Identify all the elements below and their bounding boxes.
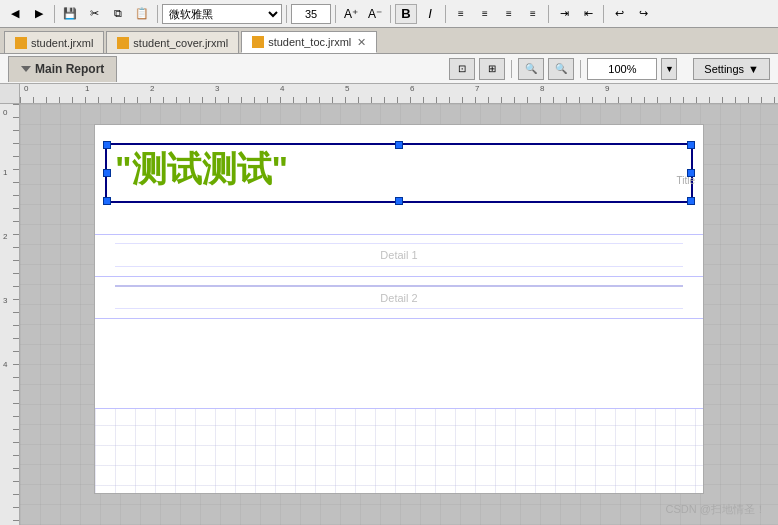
tab-close-btn[interactable]: ✕ [357, 36, 366, 49]
ruler-mark-2: 2 [150, 84, 154, 93]
fit-page-btn[interactable]: ⊡ [449, 58, 475, 80]
chinese-text-content: "测试测试" [107, 145, 691, 192]
tab-icon-3 [252, 36, 264, 48]
ruler-h-inner: 0 1 2 3 4 5 6 7 8 9 [20, 84, 778, 103]
handle-bl[interactable] [103, 197, 111, 205]
sep4 [335, 5, 336, 23]
ruler-mark-5: 5 [345, 84, 349, 93]
file-tab-bar: student.jrxml student_cover.jrxml studen… [0, 28, 778, 54]
ruler-mark-1: 1 [85, 84, 89, 93]
sep7 [548, 5, 549, 23]
sep-ctrl [511, 60, 512, 78]
ruler-corner [0, 84, 20, 104]
outdent-btn[interactable]: ⇤ [577, 3, 599, 25]
settings-label: Settings [704, 63, 744, 75]
handle-br[interactable] [687, 197, 695, 205]
handle-ml[interactable] [103, 169, 111, 177]
toolbar-top: ◀ ▶ 💾 ✂ ⧉ 📋 微软雅黑 A⁺ A⁻ B I ≡ ≡ ≡ ≡ ⇥ ⇤ ↩… [0, 0, 778, 28]
detail2-label: Detail 2 [380, 292, 417, 304]
tab-label-2: student_cover.jrxml [133, 37, 228, 49]
sep2 [157, 5, 158, 23]
bold-btn[interactable]: B [395, 4, 417, 24]
sep1 [54, 5, 55, 23]
settings-chevron-icon: ▼ [748, 63, 759, 75]
align-justify-btn[interactable]: ≡ [522, 4, 544, 24]
handle-mr[interactable] [687, 169, 695, 177]
align-right-btn[interactable]: ≡ [498, 4, 520, 24]
detail1-inner: Detail 1 [115, 243, 683, 267]
detail2-section: Detail 2 [95, 277, 703, 319]
ruler-mark-6: 6 [410, 84, 414, 93]
ruler-horizontal: 0 1 2 3 4 5 6 7 8 9 [20, 84, 778, 104]
ruler-v-mark-0: 0 [3, 108, 7, 117]
tab-student[interactable]: student.jrxml [4, 31, 104, 53]
bottom-section [95, 319, 703, 409]
sep-zoom [580, 60, 581, 78]
main-report-tab[interactable]: Main Report [8, 56, 117, 82]
tab-student-toc[interactable]: student_toc.jrxml ✕ [241, 31, 377, 53]
ruler-mark-3: 3 [215, 84, 219, 93]
back-btn[interactable]: ◀ [4, 3, 26, 25]
design-canvas[interactable]: "测试测试" Title Detail 1 Detail 2 [20, 104, 778, 525]
forward-btn[interactable]: ▶ [28, 3, 50, 25]
zoom-dropdown-btn[interactable]: ▼ [661, 58, 677, 80]
extra-btn1[interactable]: ↩ [608, 3, 630, 25]
settings-btn[interactable]: Settings ▼ [693, 58, 770, 80]
canvas-content: "测试测试" Title Detail 1 Detail 2 [20, 104, 778, 525]
tab-label-3: student_toc.jrxml [268, 36, 351, 48]
title-section: "测试测试" Title [95, 125, 703, 235]
handle-tl[interactable] [103, 141, 111, 149]
report-tab-triangle [21, 66, 31, 72]
report-page: "测试测试" Title Detail 1 Detail 2 [94, 124, 704, 494]
ruler-v-mark-4: 4 [3, 360, 7, 369]
align-center-btn[interactable]: ≡ [474, 4, 496, 24]
ruler-mark-9: 9 [605, 84, 609, 93]
report-tab-bar: Main Report ⊡ ⊞ 🔍 🔍 100% ▼ Settings ▼ [0, 54, 778, 84]
font-size-input[interactable] [291, 4, 331, 24]
sep5 [390, 5, 391, 23]
sep3 [286, 5, 287, 23]
zoom-value: 100% [608, 63, 636, 75]
detail2-inner: Detail 2 [115, 285, 683, 309]
ruler-mark-7: 7 [475, 84, 479, 93]
sep8 [603, 5, 604, 23]
zoom-out-btn[interactable]: 🔍 [518, 58, 544, 80]
report-controls: ⊡ ⊞ 🔍 🔍 100% ▼ Settings ▼ [449, 58, 770, 80]
tab-label-1: student.jrxml [31, 37, 93, 49]
ruler-vertical: 0 1 2 3 4 [0, 104, 20, 525]
extra-btn2[interactable]: ↪ [632, 3, 654, 25]
ruler-v-mark-2: 2 [3, 232, 7, 241]
main-report-tab-label: Main Report [35, 62, 104, 76]
tab-student-cover[interactable]: student_cover.jrxml [106, 31, 239, 53]
detail1-section: Detail 1 [95, 235, 703, 277]
indent-btn[interactable]: ⇥ [553, 3, 575, 25]
ruler-v-mark-3: 3 [3, 296, 7, 305]
font-size-increase-btn[interactable]: A⁺ [340, 3, 362, 25]
font-family-select[interactable]: 微软雅黑 [162, 4, 282, 24]
ruler-mark-4: 4 [280, 84, 284, 93]
ruler-v-mark-1: 1 [3, 168, 7, 177]
sep6 [445, 5, 446, 23]
detail1-label: Detail 1 [380, 249, 417, 261]
align-left-btn[interactable]: ≡ [450, 4, 472, 24]
italic-btn[interactable]: I [419, 4, 441, 24]
zoom-search-btn[interactable]: 🔍 [548, 58, 574, 80]
cut-btn[interactable]: ✂ [83, 3, 105, 25]
zoom-display: 100% [587, 58, 657, 80]
copy-btn[interactable]: ⧉ [107, 3, 129, 25]
tab-icon-2 [117, 37, 129, 49]
ruler-mark-8: 8 [540, 84, 544, 93]
handle-tc[interactable] [395, 141, 403, 149]
page-layout-btn[interactable]: ⊞ [479, 58, 505, 80]
paste-btn[interactable]: 📋 [131, 3, 153, 25]
handle-tr[interactable] [687, 141, 695, 149]
tab-icon-1 [15, 37, 27, 49]
canvas-area: 0 1 2 3 4 5 6 7 8 9 0 1 2 3 4 [0, 84, 778, 525]
ruler-mark-0: 0 [24, 84, 28, 93]
save-btn[interactable]: 💾 [59, 3, 81, 25]
handle-bc[interactable] [395, 197, 403, 205]
text-element-selected[interactable]: "测试测试" [105, 143, 693, 203]
font-size-decrease-btn[interactable]: A⁻ [364, 3, 386, 25]
